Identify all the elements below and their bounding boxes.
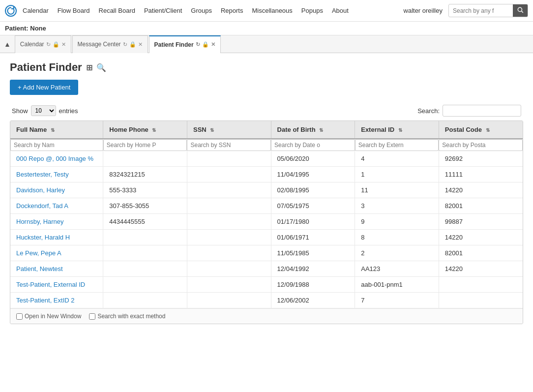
sort-home-phone-icon[interactable]: ⇅ [152, 127, 156, 133]
tab-calendar[interactable]: Calendar ↻ 🔒 ✕ [15, 35, 71, 53]
nav-flowboard[interactable]: Flow Board [58, 7, 90, 14]
tab-patient-lock-icon[interactable]: 🔒 [202, 41, 209, 48]
cell-dob: 01/17/1980 [271, 214, 355, 230]
add-patient-button[interactable]: + Add New Patient [10, 80, 78, 95]
tab-message-center[interactable]: Message Center ↻ 🔒 ✕ [72, 35, 148, 53]
sort-ssn-icon[interactable]: ⇅ [210, 127, 214, 133]
patient-name-link[interactable]: Le Pew, Pepe A [16, 249, 61, 257]
cell-postal: 14220 [439, 182, 523, 198]
show-entries: Show 10 25 50 100 entries [12, 105, 78, 116]
cell-full-name: Le Pew, Pepe A [10, 245, 103, 261]
tab-patient-finder[interactable]: Patient Finder ↻ 🔒 ✕ [149, 35, 221, 53]
nav-about[interactable]: About [332, 7, 349, 14]
search-external-input[interactable] [355, 139, 439, 151]
nav-items: Calendar Flow Board Recall Board Patient… [23, 7, 404, 14]
tab-calendar-lock-icon[interactable]: 🔒 [53, 41, 59, 48]
tab-message-lock-icon[interactable]: 🔒 [129, 41, 136, 48]
patient-table: Full Name ⇅ Home Phone ⇅ SSN ⇅ Date of B… [10, 121, 523, 308]
col-full-name-header[interactable]: Full Name ⇅ [10, 121, 103, 139]
col-ssn-header[interactable]: SSN ⇅ [187, 121, 271, 139]
cell-dob: 11/04/1995 [271, 167, 355, 182]
app-logo[interactable] [5, 5, 17, 17]
tab-message-refresh-icon[interactable]: ↻ [123, 41, 127, 48]
entries-select[interactable]: 10 25 50 100 [31, 105, 56, 116]
cell-postal: 92692 [439, 151, 523, 167]
tab-patient-close-icon[interactable]: ✕ [211, 41, 215, 48]
nav-miscellaneous[interactable]: Miscellaneous [252, 7, 292, 14]
col-home-phone-header[interactable]: Home Phone ⇅ [103, 121, 187, 139]
search-ssn-input[interactable] [187, 139, 271, 151]
cell-home-phone [103, 151, 187, 167]
patient-name-link[interactable]: Test-Patient, External ID [16, 281, 85, 288]
search-home-input[interactable] [103, 139, 187, 151]
nav-groups[interactable]: Groups [191, 7, 212, 14]
table-wrapper: Full Name ⇅ Home Phone ⇅ SSN ⇅ Date of B… [10, 121, 523, 324]
patient-name-link[interactable]: Bestertester, Testy [16, 171, 69, 178]
tab-message-close-icon[interactable]: ✕ [138, 41, 143, 48]
search-name-input[interactable] [10, 139, 103, 151]
cell-ssn [187, 230, 271, 245]
patient-name-link[interactable]: 000 Repo @, 000 Image % [16, 155, 93, 162]
cell-postal: 14220 [439, 230, 523, 245]
table-row: Patient, Newtest12/04/1992AA12314220 [10, 261, 523, 277]
patient-name-link[interactable]: Davidson, Harley [16, 186, 65, 194]
col-external-id-header[interactable]: External ID ⇅ [355, 121, 439, 139]
collapse-button[interactable]: ▲ [4, 40, 11, 48]
main-content: Patient Finder ⊞ 🔍 + Add New Patient Sho… [0, 53, 533, 332]
table-row: 000 Repo @, 000 Image %05/06/2020492692 [10, 151, 523, 167]
sort-dob-icon[interactable]: ⇅ [319, 127, 323, 133]
tab-message-center-label: Message Center [78, 41, 121, 48]
nav-patientclient[interactable]: Patient/Client [144, 7, 182, 14]
cell-dob: 12/09/1988 [271, 277, 355, 293]
sort-full-name-icon[interactable]: ⇅ [51, 127, 55, 133]
cell-dob: 11/05/1985 [271, 245, 355, 261]
table-search-input[interactable] [443, 105, 521, 117]
sort-external-id-icon[interactable]: ⇅ [398, 127, 402, 133]
search-label-text: Search: [417, 107, 440, 115]
nav-reports[interactable]: Reports [221, 7, 243, 14]
col-postal-code-header[interactable]: Postal Code ⇅ [439, 121, 523, 139]
search-dob-input[interactable] [271, 139, 355, 151]
search-button[interactable] [513, 4, 528, 17]
patient-name-link[interactable]: Huckster, Harald H [16, 234, 70, 241]
cell-dob: 02/08/1995 [271, 182, 355, 198]
tab-calendar-close-icon[interactable]: ✕ [61, 41, 66, 48]
cell-postal: 82001 [439, 198, 523, 214]
nav-popups[interactable]: Popups [301, 7, 323, 14]
cell-full-name: Davidson, Harley [10, 182, 103, 198]
tab-calendar-refresh-icon[interactable]: ↻ [46, 41, 51, 48]
patient-name-link[interactable]: Dockendorf, Tad A [16, 202, 68, 210]
open-new-window-checkbox[interactable] [16, 313, 23, 320]
nav-search [448, 4, 528, 17]
search-exact-checkbox[interactable] [89, 313, 95, 320]
tab-patient-refresh-icon[interactable]: ↻ [196, 41, 200, 48]
patient-name-link[interactable]: Patient, Newtest [16, 265, 63, 272]
cell-full-name: Dockendorf, Tad A [10, 198, 103, 214]
cell-home-phone [103, 261, 187, 277]
page-title-container: Patient Finder ⊞ 🔍 [10, 61, 523, 74]
cell-home-phone: 4434445555 [103, 214, 187, 230]
zoom-icon[interactable]: 🔍 [96, 63, 106, 72]
table-row: Huckster, Harald H01/06/1971814220 [10, 230, 523, 245]
table-row: Test-Patient, ExtID 212/06/20027 [10, 293, 523, 308]
table-row: Hornsby, Harney443444555501/17/198099988… [10, 214, 523, 230]
table-controls: Show 10 25 50 100 entries Search: [10, 105, 523, 117]
sort-postal-code-icon[interactable]: ⇅ [486, 127, 490, 133]
nav-calendar[interactable]: Calendar [23, 7, 49, 14]
patient-name-link[interactable]: Test-Patient, ExtID 2 [16, 297, 75, 304]
cell-external-id: 8 [355, 230, 439, 245]
open-new-window-label[interactable]: Open in New Window [16, 313, 81, 320]
cell-postal: 14220 [439, 261, 523, 277]
cell-home-phone: 8324321215 [103, 167, 187, 182]
col-dob-header[interactable]: Date of Birth ⇅ [271, 121, 355, 139]
svg-line-1 [522, 11, 523, 13]
search-exact-label[interactable]: Search with exact method [89, 313, 165, 320]
search-input[interactable] [449, 5, 513, 16]
expand-icon[interactable]: ⊞ [86, 63, 92, 72]
patient-name-link[interactable]: Hornsby, Harney [16, 218, 64, 225]
nav-recallboard[interactable]: Recall Board [99, 7, 135, 14]
search-postal-input[interactable] [439, 139, 523, 151]
cell-external-id: 3 [355, 198, 439, 214]
table-row: Bestertester, Testy832432121511/04/19951… [10, 167, 523, 182]
table-row: Dockendorf, Tad A307-855-305507/05/19753… [10, 198, 523, 214]
